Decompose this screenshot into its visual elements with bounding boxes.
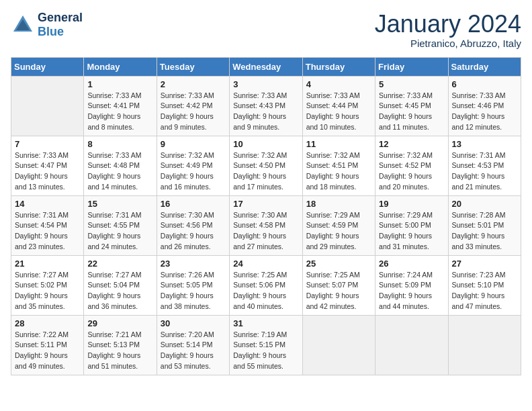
day-info: Sunrise: 7:26 AM Sunset: 5:05 PM Dayligh… xyxy=(161,270,226,312)
day-number: 25 xyxy=(306,259,371,269)
calendar-cell: 8Sunrise: 7:33 AM Sunset: 4:48 PM Daylig… xyxy=(84,136,157,195)
day-number: 21 xyxy=(15,259,80,269)
calendar-week-row: 1Sunrise: 7:33 AM Sunset: 4:41 PM Daylig… xyxy=(11,76,521,136)
logo-icon xyxy=(11,13,35,37)
calendar-cell: 2Sunrise: 7:33 AM Sunset: 4:42 PM Daylig… xyxy=(157,76,229,136)
day-info: Sunrise: 7:23 AM Sunset: 5:10 PM Dayligh… xyxy=(452,270,517,312)
calendar-week-row: 21Sunrise: 7:27 AM Sunset: 5:02 PM Dayli… xyxy=(11,255,521,315)
day-number: 23 xyxy=(161,259,226,269)
calendar-cell: 22Sunrise: 7:27 AM Sunset: 5:04 PM Dayli… xyxy=(84,255,157,315)
day-info: Sunrise: 7:33 AM Sunset: 4:45 PM Dayligh… xyxy=(379,91,444,133)
calendar-cell: 12Sunrise: 7:32 AM Sunset: 4:52 PM Dayli… xyxy=(375,136,448,195)
weekday-header-saturday: Saturday xyxy=(448,57,521,76)
day-info: Sunrise: 7:31 AM Sunset: 4:55 PM Dayligh… xyxy=(87,210,152,253)
calendar-week-row: 7Sunrise: 7:33 AM Sunset: 4:47 PM Daylig… xyxy=(11,136,521,195)
day-info: Sunrise: 7:33 AM Sunset: 4:48 PM Dayligh… xyxy=(87,150,152,193)
day-number: 29 xyxy=(87,318,152,328)
weekday-header-wednesday: Wednesday xyxy=(230,57,302,76)
logo-blue-text: Blue xyxy=(38,25,64,38)
day-number: 6 xyxy=(452,79,517,89)
day-number: 27 xyxy=(452,259,517,269)
calendar-week-row: 28Sunrise: 7:22 AM Sunset: 5:11 PM Dayli… xyxy=(11,315,521,375)
day-number: 20 xyxy=(452,199,517,209)
day-number: 15 xyxy=(87,199,152,209)
day-number: 4 xyxy=(306,79,371,89)
day-info: Sunrise: 7:29 AM Sunset: 5:00 PM Dayligh… xyxy=(379,210,444,253)
calendar-cell: 10Sunrise: 7:32 AM Sunset: 4:50 PM Dayli… xyxy=(230,136,302,195)
day-number: 8 xyxy=(87,139,152,149)
day-info: Sunrise: 7:22 AM Sunset: 5:11 PM Dayligh… xyxy=(15,330,80,372)
calendar-cell: 24Sunrise: 7:25 AM Sunset: 5:06 PM Dayli… xyxy=(230,255,302,315)
calendar-cell: 19Sunrise: 7:29 AM Sunset: 5:00 PM Dayli… xyxy=(375,195,448,255)
day-info: Sunrise: 7:24 AM Sunset: 5:09 PM Dayligh… xyxy=(379,270,444,312)
title-block: January 2024 Pietranico, Abruzzo, Italy xyxy=(375,11,521,49)
day-info: Sunrise: 7:33 AM Sunset: 4:43 PM Dayligh… xyxy=(233,91,298,133)
day-info: Sunrise: 7:28 AM Sunset: 5:01 PM Dayligh… xyxy=(452,210,517,253)
calendar-cell: 15Sunrise: 7:31 AM Sunset: 4:55 PM Dayli… xyxy=(84,195,157,255)
day-number: 22 xyxy=(87,259,152,269)
location-subtitle: Pietranico, Abruzzo, Italy xyxy=(375,38,521,49)
day-info: Sunrise: 7:32 AM Sunset: 4:52 PM Dayligh… xyxy=(379,150,444,193)
day-info: Sunrise: 7:31 AM Sunset: 4:53 PM Dayligh… xyxy=(452,150,517,193)
day-info: Sunrise: 7:32 AM Sunset: 4:50 PM Dayligh… xyxy=(233,150,298,193)
day-number: 24 xyxy=(233,259,298,269)
calendar-cell: 28Sunrise: 7:22 AM Sunset: 5:11 PM Dayli… xyxy=(11,315,84,375)
calendar-cell: 13Sunrise: 7:31 AM Sunset: 4:53 PM Dayli… xyxy=(448,136,521,195)
day-info: Sunrise: 7:33 AM Sunset: 4:46 PM Dayligh… xyxy=(452,91,517,133)
day-info: Sunrise: 7:20 AM Sunset: 5:14 PM Dayligh… xyxy=(161,330,226,372)
day-info: Sunrise: 7:33 AM Sunset: 4:42 PM Dayligh… xyxy=(161,91,226,133)
calendar-cell: 7Sunrise: 7:33 AM Sunset: 4:47 PM Daylig… xyxy=(11,136,84,195)
day-number: 9 xyxy=(161,139,226,149)
day-number: 18 xyxy=(306,199,371,209)
day-number: 30 xyxy=(161,318,226,328)
day-info: Sunrise: 7:30 AM Sunset: 4:58 PM Dayligh… xyxy=(233,210,298,253)
logo-general-text: General xyxy=(38,11,83,24)
calendar-week-row: 14Sunrise: 7:31 AM Sunset: 4:54 PM Dayli… xyxy=(11,195,521,255)
day-number: 19 xyxy=(379,199,444,209)
calendar-cell: 21Sunrise: 7:27 AM Sunset: 5:02 PM Dayli… xyxy=(11,255,84,315)
day-number: 14 xyxy=(15,199,80,209)
day-number: 28 xyxy=(15,318,80,328)
day-number: 16 xyxy=(161,199,226,209)
day-number: 1 xyxy=(87,79,152,89)
calendar-cell: 9Sunrise: 7:32 AM Sunset: 4:49 PM Daylig… xyxy=(157,136,229,195)
day-number: 10 xyxy=(233,139,298,149)
calendar-cell xyxy=(11,76,84,136)
day-info: Sunrise: 7:25 AM Sunset: 5:07 PM Dayligh… xyxy=(306,270,371,312)
calendar-cell: 6Sunrise: 7:33 AM Sunset: 4:46 PM Daylig… xyxy=(448,76,521,136)
calendar-cell: 17Sunrise: 7:30 AM Sunset: 4:58 PM Dayli… xyxy=(230,195,302,255)
weekday-header-thursday: Thursday xyxy=(302,57,375,76)
day-number: 5 xyxy=(379,79,444,89)
day-info: Sunrise: 7:33 AM Sunset: 4:41 PM Dayligh… xyxy=(87,91,152,133)
day-info: Sunrise: 7:32 AM Sunset: 4:51 PM Dayligh… xyxy=(306,150,371,193)
calendar-cell: 11Sunrise: 7:32 AM Sunset: 4:51 PM Dayli… xyxy=(302,136,375,195)
day-info: Sunrise: 7:29 AM Sunset: 4:59 PM Dayligh… xyxy=(306,210,371,253)
weekday-header-monday: Monday xyxy=(84,57,157,76)
weekday-header-tuesday: Tuesday xyxy=(157,57,229,76)
day-number: 31 xyxy=(233,318,298,328)
day-info: Sunrise: 7:31 AM Sunset: 4:54 PM Dayligh… xyxy=(15,210,80,253)
day-number: 7 xyxy=(15,139,80,149)
calendar-cell: 18Sunrise: 7:29 AM Sunset: 4:59 PM Dayli… xyxy=(302,195,375,255)
day-info: Sunrise: 7:27 AM Sunset: 5:02 PM Dayligh… xyxy=(15,270,80,312)
calendar-cell: 27Sunrise: 7:23 AM Sunset: 5:10 PM Dayli… xyxy=(448,255,521,315)
day-number: 2 xyxy=(161,79,226,89)
calendar-cell: 14Sunrise: 7:31 AM Sunset: 4:54 PM Dayli… xyxy=(11,195,84,255)
calendar-cell xyxy=(375,315,448,375)
calendar-cell: 5Sunrise: 7:33 AM Sunset: 4:45 PM Daylig… xyxy=(375,76,448,136)
calendar-cell: 3Sunrise: 7:33 AM Sunset: 4:43 PM Daylig… xyxy=(230,76,302,136)
calendar-cell: 20Sunrise: 7:28 AM Sunset: 5:01 PM Dayli… xyxy=(448,195,521,255)
day-info: Sunrise: 7:33 AM Sunset: 4:47 PM Dayligh… xyxy=(15,150,80,193)
calendar-cell xyxy=(302,315,375,375)
logo: General Blue xyxy=(11,11,83,39)
calendar-cell: 1Sunrise: 7:33 AM Sunset: 4:41 PM Daylig… xyxy=(84,76,157,136)
calendar-cell: 16Sunrise: 7:30 AM Sunset: 4:56 PM Dayli… xyxy=(157,195,229,255)
calendar-cell: 29Sunrise: 7:21 AM Sunset: 5:13 PM Dayli… xyxy=(84,315,157,375)
calendar-cell: 26Sunrise: 7:24 AM Sunset: 5:09 PM Dayli… xyxy=(375,255,448,315)
day-info: Sunrise: 7:19 AM Sunset: 5:15 PM Dayligh… xyxy=(233,330,298,372)
day-number: 17 xyxy=(233,199,298,209)
day-info: Sunrise: 7:25 AM Sunset: 5:06 PM Dayligh… xyxy=(233,270,298,312)
calendar-cell xyxy=(448,315,521,375)
calendar-cell: 31Sunrise: 7:19 AM Sunset: 5:15 PM Dayli… xyxy=(230,315,302,375)
weekday-header-sunday: Sunday xyxy=(11,57,84,76)
